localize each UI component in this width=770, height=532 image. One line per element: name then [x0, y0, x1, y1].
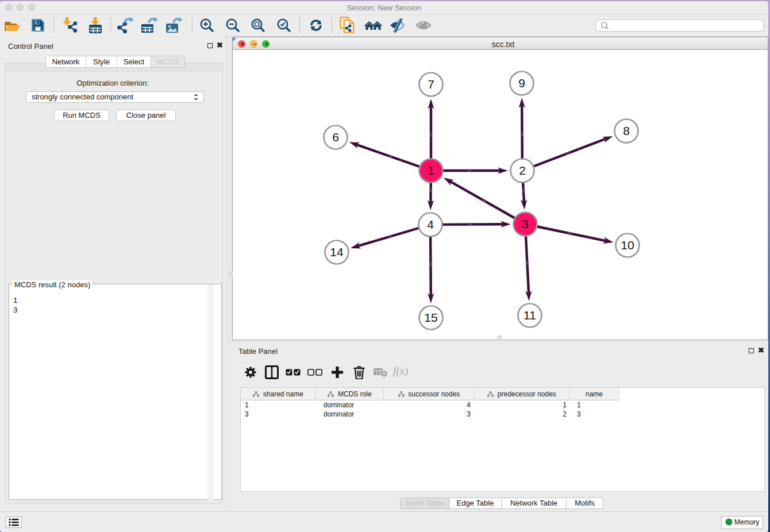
svg-text:4: 4 [427, 218, 434, 231]
svg-text:11: 11 [523, 309, 536, 322]
svg-text:10: 10 [621, 238, 634, 252]
svg-text:1: 1 [428, 164, 434, 177]
svg-text:9: 9 [518, 76, 525, 90]
svg-text:7: 7 [428, 78, 434, 91]
svg-text:15: 15 [424, 311, 437, 324]
svg-text:3: 3 [522, 217, 529, 230]
svg-text:2: 2 [519, 164, 526, 177]
svg-text:8: 8 [623, 124, 630, 137]
svg-text:14: 14 [330, 245, 344, 259]
svg-text:6: 6 [332, 130, 339, 144]
